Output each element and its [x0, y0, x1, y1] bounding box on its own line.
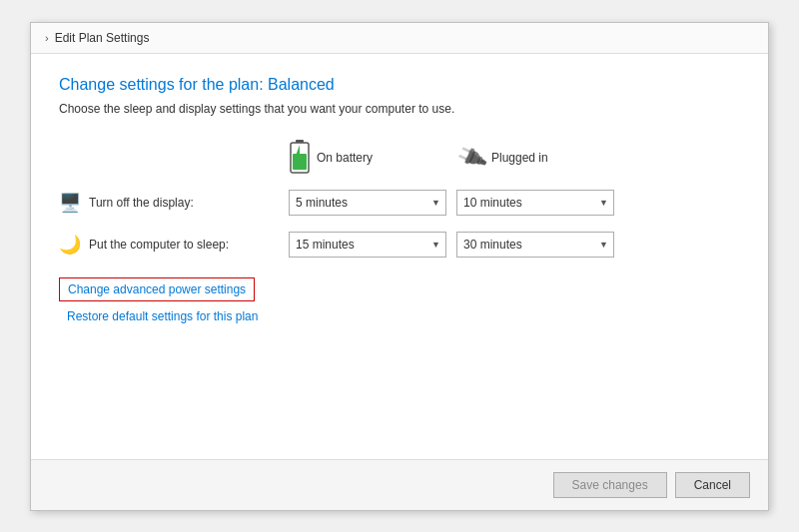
plug-icon: 🔌 [454, 141, 488, 175]
display-battery-dropdown-wrapper: 5 minutes 1 minute 2 minutes 3 minutes 1… [289, 190, 446, 216]
display-dropdowns: 5 minutes 1 minute 2 minutes 3 minutes 1… [289, 190, 614, 216]
footer: Save changes Cancel [31, 459, 768, 510]
dialog: › Edit Plan Settings Change settings for… [30, 22, 769, 511]
sleep-setting-label-group: 🌙 Put the computer to sleep: [59, 234, 289, 256]
page-subtitle: Choose the sleep and display settings th… [59, 102, 740, 116]
restore-defaults-link[interactable]: Restore default settings for this plan [59, 309, 740, 323]
links-section: Change advanced power settings Restore d… [59, 277, 740, 323]
battery-icon [289, 140, 311, 176]
display-battery-dropdown[interactable]: 5 minutes 1 minute 2 minutes 3 minutes 1… [289, 190, 446, 216]
display-setting-label-group: 🖥️ Turn off the display: [59, 192, 289, 214]
battery-column-header: On battery [289, 140, 458, 176]
display-setting-label: Turn off the display: [89, 196, 194, 210]
main-content: Change settings for the plan: Balanced C… [31, 54, 768, 459]
battery-column-label: On battery [317, 151, 373, 165]
display-icon: 🖥️ [59, 192, 81, 214]
display-setting-row: 🖥️ Turn off the display: 5 minutes 1 min… [59, 190, 740, 216]
sleep-battery-dropdown-wrapper: 15 minutes 1 minute 2 minutes 5 minutes … [289, 232, 446, 258]
pluggedin-column-label: Plugged in [491, 151, 548, 165]
sleep-setting-row: 🌙 Put the computer to sleep: 15 minutes … [59, 232, 740, 258]
sleep-plugged-dropdown[interactable]: 30 minutes 1 minute 5 minutes 10 minutes… [456, 232, 614, 258]
sleep-battery-dropdown[interactable]: 15 minutes 1 minute 2 minutes 5 minutes … [289, 232, 446, 258]
save-changes-button[interactable]: Save changes [553, 472, 667, 498]
breadcrumb-chevron-icon: › [45, 32, 49, 44]
sleep-setting-label: Put the computer to sleep: [89, 238, 229, 252]
settings-table: On battery 🔌 Plugged in 🖥️ Turn off the … [59, 140, 740, 258]
column-headers: On battery 🔌 Plugged in [289, 140, 740, 176]
breadcrumb-bar: › Edit Plan Settings [31, 23, 768, 54]
display-plugged-dropdown[interactable]: 10 minutes 1 minute 2 minutes 5 minutes … [456, 190, 614, 216]
sleep-plugged-dropdown-wrapper: 30 minutes 1 minute 5 minutes 10 minutes… [456, 232, 614, 258]
breadcrumb-text: Edit Plan Settings [55, 31, 150, 45]
page-title: Change settings for the plan: Balanced [59, 76, 740, 94]
sleep-dropdowns: 15 minutes 1 minute 2 minutes 5 minutes … [289, 232, 614, 258]
cancel-button[interactable]: Cancel [675, 472, 750, 498]
sleep-icon: 🌙 [59, 234, 81, 256]
pluggedin-column-header: 🔌 Plugged in [458, 145, 628, 171]
change-advanced-power-settings-link[interactable]: Change advanced power settings [59, 277, 255, 301]
display-plugged-dropdown-wrapper: 10 minutes 1 minute 2 minutes 5 minutes … [456, 190, 614, 216]
